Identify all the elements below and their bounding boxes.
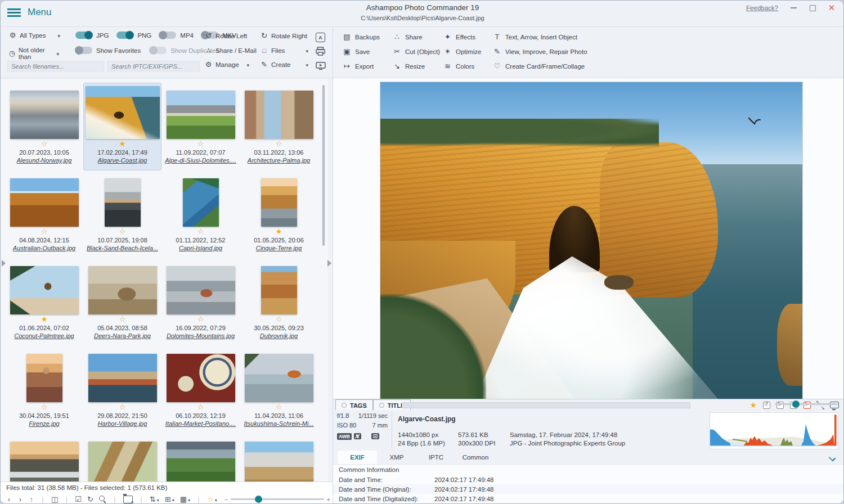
thumbnail-filename[interactable]: Algarve-Coast.jpg: [84, 156, 161, 164]
thumbnail-image[interactable]: [10, 178, 79, 227]
thumbnail-image[interactable]: [167, 354, 235, 402]
statusbar-button[interactable]: ◫: [51, 495, 58, 503]
thumbnail-filename[interactable]: Black-Sand-Beach-Icela...: [84, 244, 161, 252]
thumbnail-filename[interactable]: Alpe-di-Siusi-Dolomites....: [162, 156, 239, 164]
close-button[interactable]: [828, 4, 836, 12]
statusbar-button[interactable]: [99, 496, 106, 503]
type-filter-dropdown[interactable]: All Types: [8, 32, 60, 39]
format-toggle[interactable]: MP4: [159, 32, 194, 39]
favorite-star-icon[interactable]: [162, 402, 239, 412]
favorite-star-icon[interactable]: [162, 314, 239, 324]
statusbar-button[interactable]: [123, 494, 133, 503]
thumbnail-scrollbar[interactable]: [322, 85, 325, 246]
metadata-tab[interactable]: Common: [456, 451, 495, 464]
preview-photo[interactable]: [380, 82, 802, 399]
statusbar-button[interactable]: ☆: [207, 495, 217, 503]
thumbnail-filename[interactable]: Cinque-Terre.jpg: [240, 244, 317, 252]
favorite-star-icon[interactable]: [6, 314, 83, 324]
feedback-link[interactable]: Feedback?: [746, 4, 778, 11]
favorite-star-icon[interactable]: [84, 227, 161, 236]
favorite-star-icon[interactable]: [84, 314, 161, 324]
rotate-left-button[interactable]: Rotate Left: [204, 32, 247, 40]
tab-strip[interactable]: [402, 402, 690, 408]
slider-knob[interactable]: [792, 400, 800, 408]
edit-tool-button[interactable]: ✂ Cut (Object): [393, 46, 440, 57]
metadata-tab[interactable]: XMP: [377, 451, 416, 464]
thumbnail-image[interactable]: [86, 86, 160, 139]
thumbnail-image[interactable]: [167, 91, 235, 139]
thumbnail-image[interactable]: [10, 442, 79, 482]
favorite-star-icon[interactable]: ★: [749, 400, 757, 410]
thumbnail-item[interactable]: 05.04.2023, 08:58 Deers-Nara-Park.jpg: [83, 258, 161, 346]
favorite-star-icon[interactable]: [240, 402, 317, 412]
thumbnail-item[interactable]: 30.05.2025, 09:23 Dubrovnik.jpg: [240, 258, 318, 346]
favorite-star-icon[interactable]: [6, 139, 83, 148]
slider-knob[interactable]: [255, 496, 262, 503]
statusbar-button[interactable]: ⊞: [165, 495, 174, 503]
thumbnail-item[interactable]: 01.06.2024, 07:02 Coconut-Palmtree.jpg: [5, 258, 83, 346]
edit-tool-button[interactable]: ✶ Optimize: [443, 46, 481, 57]
thumbnail-item[interactable]: 03.11.2022, 13:06 Architecture-Palma.jpg: [240, 83, 318, 170]
statusbar-button[interactable]: ☑: [75, 495, 82, 503]
age-filter-dropdown[interactable]: Not older than: [8, 47, 59, 60]
thumbnail-item[interactable]: 30.04.2025, 19:51 Firenze.jpg: [5, 346, 83, 434]
metadata-tab[interactable]: IPTC: [416, 451, 456, 464]
statusbar-button[interactable]: ↑: [29, 495, 34, 503]
thumbnail-filename[interactable]: Capri-Island.jpg: [162, 244, 239, 252]
thumbnail-image[interactable]: [167, 442, 235, 482]
thumbnail-filename[interactable]: Dolomites-Mountains.jpg: [162, 332, 239, 340]
favorite-star-icon[interactable]: [6, 402, 83, 412]
right-panel-expander[interactable]: [327, 260, 331, 267]
thumbnail-item[interactable]: [5, 434, 83, 482]
statusbar-button[interactable]: ›: [17, 495, 23, 503]
maximize-button[interactable]: [809, 4, 816, 12]
metadata-tab[interactable]: EXIF: [338, 451, 377, 464]
thumbnail-item[interactable]: 17.02.2024, 17:49 Algarve-Coast.jpg: [83, 83, 161, 170]
thumbnail-image[interactable]: [88, 442, 157, 482]
thumbnail-filename[interactable]: Architecture-Palma.jpg: [240, 156, 317, 164]
thumbnail-item[interactable]: [240, 434, 318, 482]
thumbnail-item[interactable]: 06.10.2023, 12:19 Italian-Market-Positan…: [161, 346, 240, 434]
thumbnail-filename[interactable]: Firenze.jpg: [6, 420, 83, 428]
slideshow-button[interactable]: [316, 62, 326, 70]
thumbnail-item[interactable]: 16.09.2022, 07:29 Dolomites-Mountains.jp…: [161, 258, 240, 346]
thumbnail-filename[interactable]: Dubrovnik.jpg: [240, 332, 317, 340]
slider-track[interactable]: [231, 498, 324, 500]
favorite-star-icon[interactable]: [84, 402, 161, 412]
edit-tool-button[interactable]: ≋ Colors: [443, 61, 481, 71]
rotate-left-box-icon[interactable]: [763, 402, 770, 409]
thumbnail-item[interactable]: [83, 434, 161, 482]
thumbnail-item[interactable]: 11.04.2023, 11:06 Itsukushima-Schrein-Mi…: [240, 346, 318, 434]
thumbnail-image[interactable]: [261, 178, 297, 227]
search-metadata-input[interactable]: [107, 61, 200, 71]
favorite-star-icon[interactable]: [84, 139, 161, 148]
slider-track[interactable]: [775, 403, 838, 405]
files-dropdown[interactable]: Files: [260, 47, 308, 55]
thumbnail-item[interactable]: 29.08.2022, 21:50 Harbor-Village.jpg: [83, 346, 161, 434]
edit-tool-button[interactable]: ∴ Share: [393, 32, 440, 42]
thumbnail-image[interactable]: [10, 266, 79, 314]
thumbnail-filename[interactable]: Australian-Outback.jpg: [6, 244, 83, 252]
left-panel-expander[interactable]: [2, 260, 6, 267]
thumbnail-filename[interactable]: Harbor-Village.jpg: [84, 420, 161, 428]
thumbnail-image[interactable]: [245, 442, 313, 482]
pdf-export-button[interactable]: A: [316, 33, 325, 42]
favorite-star-icon[interactable]: [240, 139, 317, 148]
toggle-switch-icon[interactable]: [150, 47, 167, 54]
thumbnail-image[interactable]: [26, 354, 62, 402]
edit-tool-button[interactable]: ✎ View, Improve, Repair Photo: [493, 46, 587, 57]
thumbnail-item[interactable]: 01.05.2025, 20:06 Cinque-Terre.jpg: [240, 170, 318, 258]
toggle-switch-icon[interactable]: [75, 47, 92, 54]
statusbar-button[interactable]: ↻: [87, 495, 93, 503]
favorite-star-icon[interactable]: [6, 227, 83, 236]
favorite-star-icon[interactable]: [240, 227, 317, 236]
statusbar-button[interactable]: ‹: [6, 495, 12, 503]
edit-tool-button[interactable]: T Text, Arrow, Insert Object: [493, 32, 587, 42]
format-toggle[interactable]: JPG: [75, 32, 109, 39]
thumbnail-image[interactable]: [261, 266, 297, 314]
share-email-button[interactable]: Share / E-Mail: [204, 47, 257, 55]
edit-tool-button[interactable]: ✦ Effects: [443, 32, 481, 42]
format-toggle[interactable]: PNG: [116, 32, 151, 39]
minimize-button[interactable]: [789, 4, 797, 12]
statusbar-button[interactable]: ⇅: [150, 495, 159, 503]
